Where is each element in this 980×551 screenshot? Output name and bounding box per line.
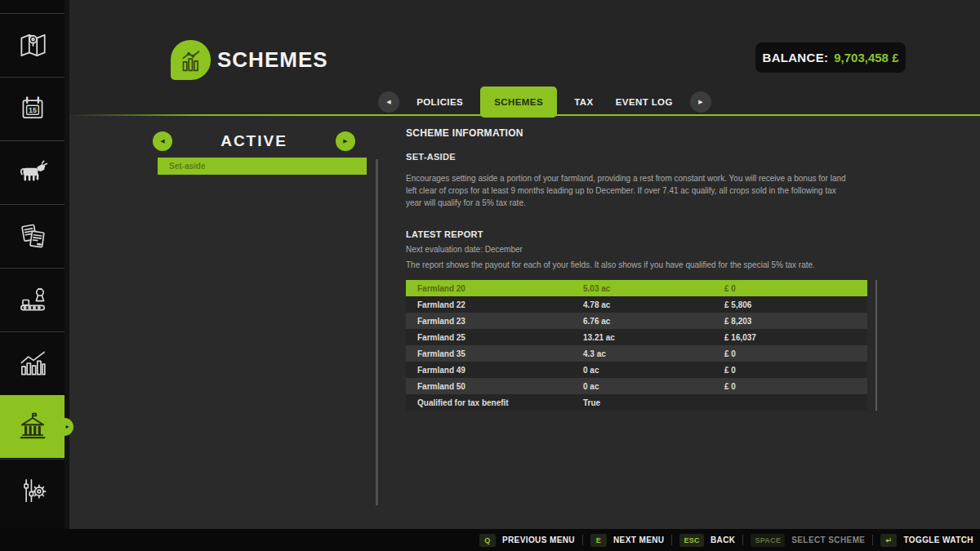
shortcut-label: BACK: [710, 535, 736, 544]
map-icon: [16, 28, 50, 62]
tabs-prev-button[interactable]: ◀: [378, 91, 399, 113]
scheme-name-heading: SET-ASIDE: [406, 152, 456, 162]
shortcut-toggle-watch: ↵ TOGGLE WATCH: [880, 534, 973, 547]
table-row[interactable]: Farmland 50 0 ac £ 0: [406, 378, 867, 394]
field-name-cell: Farmland 49: [417, 366, 583, 375]
tab-bar: ◀ POLICIES SCHEMES TAX EVENT LOG ▶: [378, 87, 711, 118]
sidebar-item-production[interactable]: [0, 268, 65, 331]
footer-separator: [671, 535, 672, 545]
table-row[interactable]: Farmland 25 13.21 ac £ 16,037: [406, 329, 867, 345]
scheme-description: Encourages setting aside a portion of yo…: [406, 173, 853, 209]
balance-label: BALANCE:: [763, 51, 829, 64]
tab-event-log[interactable]: EVENT LOG: [611, 97, 678, 107]
table-scrollbar[interactable]: [875, 280, 877, 411]
field-area-cell: 6.76 ac: [583, 317, 724, 326]
field-payout-cell: £ 8,203: [724, 317, 867, 326]
table-row[interactable]: Farmland 35 4.3 ac £ 0: [406, 345, 867, 362]
active-schemes-header: ◀ ACTIVE ▶: [153, 131, 355, 151]
sidebar-item-settings[interactable]: [0, 459, 65, 522]
field-area-cell: 4.78 ac: [583, 300, 724, 309]
field-payout-cell: £ 0: [724, 366, 867, 375]
page-title: SCHEMES: [217, 47, 328, 73]
sidebar-item-finance[interactable]: ▸: [0, 395, 65, 458]
footer-separator: [582, 535, 583, 545]
scheme-list-item-set-aside[interactable]: Set-aside: [158, 158, 367, 175]
contracts-icon: [16, 219, 50, 253]
balance-display: BALANCE: 9,703,458 £: [755, 42, 906, 73]
panel-scrollbar[interactable]: [376, 159, 378, 505]
active-panel-title: ACTIVE: [220, 132, 287, 150]
key-space: SPACE: [751, 534, 785, 547]
sidebar-gap: [65, 0, 69, 551]
footer-shortcut-bar: Q PREVIOUS MENU E NEXT MENU ESC BACK SPA…: [0, 529, 980, 551]
chevron-left-icon: ◀: [160, 138, 164, 144]
bank-icon: [16, 410, 50, 444]
sidebar-item-map[interactable]: [0, 13, 65, 76]
field-payout-cell: £ 0: [724, 349, 867, 358]
chevron-right-icon: ▶: [698, 99, 702, 105]
schemes-screen: 15: [0, 0, 980, 551]
settings-icon: [16, 473, 50, 508]
field-area-cell: 13.21 ac: [583, 333, 724, 342]
enter-key-icon: ↵: [880, 534, 897, 547]
shortcut-back: ESC BACK: [679, 534, 735, 547]
chevron-right-icon: ▶: [343, 138, 347, 144]
shortcut-label: SELECT SCHEME: [791, 535, 865, 544]
tabs-next-button[interactable]: ▶: [690, 91, 711, 113]
sidebar-item-calendar[interactable]: 15: [0, 77, 65, 140]
field-payout-cell: £ 0: [724, 284, 867, 293]
table-row[interactable]: Farmland 49 0 ac £ 0: [406, 362, 867, 378]
table-row[interactable]: Farmland 20 5.03 ac £ 0: [406, 280, 867, 296]
shortcut-next-menu: E NEXT MENU: [590, 534, 665, 547]
sidebar-item-animals[interactable]: [0, 140, 65, 203]
active-sidebar-bump: ▸: [56, 418, 74, 436]
field-name-cell: Farmland 35: [417, 349, 583, 358]
key-q: Q: [479, 534, 496, 547]
calendar-day-label: 15: [29, 106, 37, 114]
field-area-cell: True: [583, 398, 724, 407]
sidebar: 15: [0, 0, 65, 551]
tab-tax[interactable]: TAX: [569, 97, 598, 107]
shortcut-select-scheme: SPACE SELECT SCHEME: [751, 534, 865, 547]
footer-separator: [872, 535, 873, 545]
field-name-cell: Qualified for tax benefit: [417, 398, 583, 407]
statistics-icon: [16, 346, 50, 380]
active-prev-button[interactable]: ◀: [153, 131, 172, 151]
field-name-cell: Farmland 50: [417, 382, 583, 391]
cow-icon: [16, 155, 50, 189]
field-area-cell: 5.03 ac: [583, 284, 724, 293]
active-scheme-list: Set-aside: [158, 158, 367, 175]
field-area-cell: 4.3 ac: [583, 349, 724, 358]
field-area-cell: 0 ac: [583, 382, 724, 391]
table-row-qualified[interactable]: Qualified for tax benefit True: [406, 394, 867, 411]
table-row[interactable]: Farmland 22 4.78 ac £ 5,806: [406, 296, 867, 313]
footer-separator: [742, 535, 743, 545]
field-payout-cell: £ 0: [724, 382, 867, 391]
tab-policies[interactable]: POLICIES: [412, 97, 468, 107]
shortcut-previous-menu: Q PREVIOUS MENU: [479, 534, 575, 547]
calendar-icon: 15: [16, 91, 50, 126]
report-note: The report shows the payout for each of …: [406, 260, 815, 269]
table-row[interactable]: Farmland 23 6.76 ac £ 8,203: [406, 313, 867, 329]
field-area-cell: 0 ac: [583, 366, 724, 375]
sidebar-item-contracts[interactable]: [0, 204, 65, 267]
field-name-cell: Farmland 25: [417, 333, 583, 342]
field-payout-cell: £ 5,806: [724, 300, 867, 309]
shortcut-label: TOGGLE WATCH: [903, 535, 973, 544]
active-next-button[interactable]: ▶: [336, 131, 355, 151]
shortcut-label: PREVIOUS MENU: [502, 535, 575, 544]
sidebar-item-statistics[interactable]: [0, 331, 65, 394]
active-bump-arrow-icon: ▸: [65, 424, 69, 430]
balance-value: 9,703,458 £: [834, 51, 898, 64]
key-e: E: [590, 534, 607, 547]
schemes-logo: [171, 40, 211, 80]
field-name-cell: Farmland 20: [417, 284, 583, 293]
production-icon: [16, 282, 50, 317]
payout-table: Farmland 20 5.03 ac £ 0 Farmland 22 4.78…: [406, 280, 867, 411]
tab-schemes[interactable]: SCHEMES: [480, 87, 557, 118]
shortcut-label: NEXT MENU: [613, 535, 665, 544]
section-title: SCHEME INFORMATION: [406, 127, 523, 139]
chart-logo-icon: [176, 45, 207, 76]
field-name-cell: Farmland 22: [417, 300, 583, 309]
field-payout-cell: £ 16,037: [724, 333, 867, 342]
